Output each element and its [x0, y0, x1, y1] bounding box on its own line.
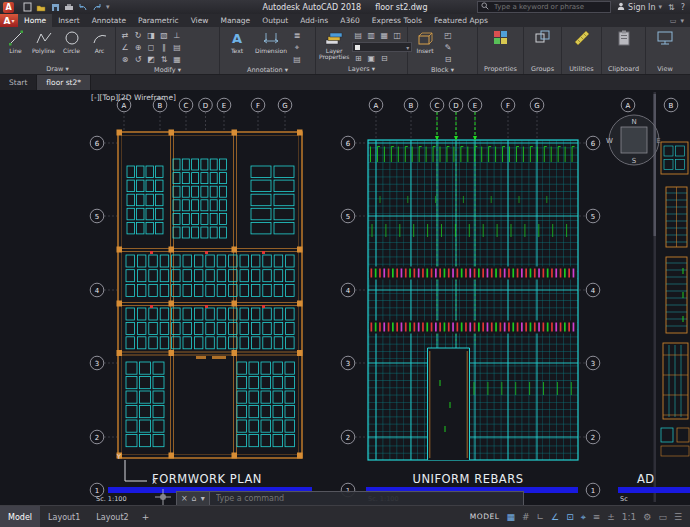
- status-ortho-mode[interactable]: ∟: [537, 513, 545, 522]
- annotation-tool-icon[interactable]: ▤: [291, 54, 303, 65]
- drawing-canvas[interactable]: ABCDEFGABCDEFGAB654321654321654321FORMWO…: [0, 90, 690, 505]
- layer-tool-icon[interactable]: ▦: [378, 30, 390, 41]
- file-tab-document[interactable]: floor st2*: [37, 75, 91, 90]
- modify-tool-icon[interactable]: ⊥: [171, 30, 183, 41]
- search-box[interactable]: [477, 1, 611, 13]
- open-folder-icon[interactable]: [36, 2, 46, 12]
- layer-properties-button[interactable]: Layer Properties: [319, 29, 349, 61]
- annotation-tool-icon[interactable]: ⌖: [291, 42, 303, 53]
- modify-tool-icon[interactable]: ↺: [132, 54, 144, 65]
- modify-tool-icon[interactable]: ⇄: [119, 30, 131, 41]
- redo-icon[interactable]: [92, 2, 102, 12]
- status-snap-mode[interactable]: #: [522, 513, 530, 522]
- panel-label-draw[interactable]: Draw ▾: [0, 64, 115, 74]
- ribbon-tab-view[interactable]: View: [185, 14, 215, 27]
- modify-tool-icon[interactable]: ⊗: [119, 54, 131, 65]
- layer-tool-icon[interactable]: ▥: [365, 30, 377, 41]
- command-input[interactable]: [214, 493, 519, 504]
- status-object-snap[interactable]: ⊡: [566, 513, 574, 522]
- ribbon-tab-parametric[interactable]: Parametric: [132, 14, 185, 27]
- layout-tab-model[interactable]: Model: [0, 506, 40, 527]
- ribbon-collapse-caret-icon[interactable]: ▾: [680, 17, 684, 25]
- command-line[interactable]: × ⌂ ▾: [176, 491, 524, 506]
- ribbon-tab-add-ins[interactable]: Add-ins: [294, 14, 334, 27]
- modify-tool-icon[interactable]: ↻: [132, 30, 144, 41]
- modify-tool-icon[interactable]: ⇅: [158, 54, 170, 65]
- modify-tool-icon[interactable]: ◩: [145, 54, 157, 65]
- sign-in-button[interactable]: Sign In ▾: [617, 2, 662, 12]
- modify-tool-icon[interactable]: ∥: [158, 42, 170, 53]
- status-workspace-switching[interactable]: ⚙: [643, 513, 651, 522]
- modify-tool-icon[interactable]: ◻: [145, 42, 157, 53]
- chevron-down-icon[interactable]: ▾: [201, 494, 205, 503]
- undo-icon[interactable]: [78, 2, 88, 12]
- layout-tab-layout1[interactable]: Layout1: [40, 506, 88, 527]
- view-button[interactable]: [651, 29, 679, 47]
- layer-dropdown[interactable]: ▾: [352, 42, 412, 52]
- status-model-space[interactable]: MODEL: [470, 513, 500, 521]
- ribbon-tab-a360[interactable]: A360: [334, 14, 365, 27]
- panel-label-modify[interactable]: Modify ▾: [116, 65, 219, 75]
- close-icon[interactable]: ×: [181, 494, 188, 503]
- viewport-controls[interactable]: [-][Top][2D Wireframe]: [91, 93, 176, 102]
- panel-label-layers[interactable]: Layers ▾: [316, 64, 407, 74]
- application-menu-button[interactable]: A▾: [0, 14, 18, 27]
- annotation-tool-icon[interactable]: ≣: [291, 30, 303, 41]
- status-clean-screen[interactable]: ☰: [674, 513, 682, 522]
- utilities-button[interactable]: [568, 29, 596, 47]
- circle-button[interactable]: Circle: [59, 29, 84, 54]
- help-icon[interactable]: ?: [681, 3, 685, 12]
- panel-label-utilities[interactable]: Utilities: [562, 64, 601, 74]
- ribbon-tab-annotate[interactable]: Annotate: [86, 14, 132, 27]
- qat-dropdown-icon[interactable]: ▾: [106, 3, 110, 11]
- plot-icon[interactable]: [64, 2, 74, 12]
- modify-tool-icon[interactable]: ⊕: [132, 42, 144, 53]
- share-icon[interactable]: ⇅: [668, 3, 675, 12]
- layer-tool-icon[interactable]: ⊟: [378, 53, 390, 64]
- panel-label-clipboard[interactable]: Clipboard: [602, 64, 645, 74]
- status-annotation-scale[interactable]: 1:1: [622, 513, 636, 522]
- ribbon-collapse-icon[interactable]: ▭: [670, 17, 677, 25]
- panel-label-groups[interactable]: Groups: [524, 64, 561, 74]
- new-layout-button[interactable]: +: [137, 512, 155, 522]
- viewcube[interactable]: NSWE: [606, 115, 661, 165]
- new-file-icon[interactable]: [22, 2, 32, 12]
- status-object-snap-tracking[interactable]: ⌖: [581, 513, 586, 522]
- properties-button[interactable]: [487, 29, 515, 47]
- save-icon[interactable]: [50, 2, 60, 12]
- line-button[interactable]: Line: [3, 29, 28, 54]
- layer-tool-icon[interactable]: ▤: [352, 30, 364, 41]
- ribbon-tab-express-tools[interactable]: Express Tools: [366, 14, 428, 27]
- status-dynamic-input[interactable]: ±: [607, 513, 615, 522]
- block-tool-icon[interactable]: ✎: [442, 42, 454, 53]
- block-tool-icon[interactable]: ◰: [442, 30, 454, 41]
- dimension-button[interactable]: Dimension: [254, 29, 288, 54]
- panel-label-block[interactable]: Block ▾: [408, 65, 477, 75]
- layer-tool-icon[interactable]: ⊞: [352, 53, 364, 64]
- status-lineweight-display[interactable]: ≡: [593, 513, 601, 522]
- block-tool-icon[interactable]: ⊟: [442, 54, 454, 65]
- clipboard-button[interactable]: [610, 29, 638, 47]
- search-input[interactable]: [492, 2, 607, 12]
- insert-button[interactable]: Insert: [411, 29, 439, 54]
- groups-button[interactable]: [529, 29, 557, 47]
- status-grid-display[interactable]: ▦: [506, 513, 515, 522]
- layout-tab-layout2[interactable]: Layout2: [88, 506, 136, 527]
- modify-tool-icon[interactable]: ▦: [171, 54, 183, 65]
- ribbon-tab-home[interactable]: Home: [18, 14, 52, 27]
- status-polar-tracking[interactable]: ∠: [551, 513, 559, 522]
- ribbon-tab-insert[interactable]: Insert: [52, 14, 86, 27]
- text-button[interactable]: A Text: [223, 29, 251, 54]
- file-tab-start[interactable]: Start: [0, 75, 37, 90]
- ribbon-tab-output[interactable]: Output: [256, 14, 294, 27]
- ribbon-tab-manage[interactable]: Manage: [214, 14, 256, 27]
- panel-label-annotation[interactable]: Annotation ▾: [220, 65, 315, 75]
- modify-tool-icon[interactable]: ▤: [171, 42, 183, 53]
- arc-button[interactable]: Arc: [87, 29, 112, 54]
- polyline-button[interactable]: Polyline: [31, 29, 56, 54]
- panel-label-view[interactable]: View: [646, 64, 684, 74]
- layer-tool-icon[interactable]: ▣: [365, 53, 377, 64]
- layer-tool-icon[interactable]: ◫: [391, 30, 403, 41]
- ribbon-tab-featured-apps[interactable]: Featured Apps: [428, 14, 494, 27]
- modify-tool-icon[interactable]: ∠: [119, 42, 131, 53]
